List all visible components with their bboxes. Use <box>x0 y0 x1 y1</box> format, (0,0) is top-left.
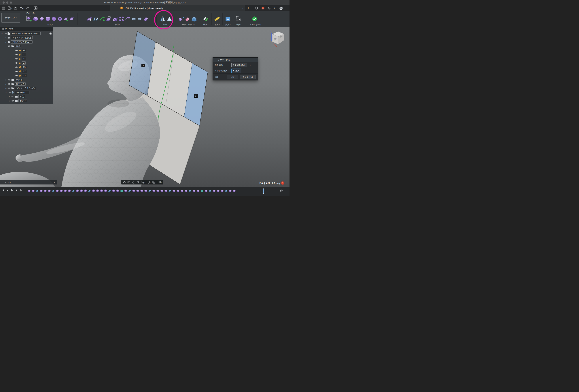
timeline-feature-form[interactable] <box>217 189 220 193</box>
browser-header[interactable]: ブラウザ − <box>0 27 53 31</box>
zoom-icon[interactable] <box>137 181 140 184</box>
tree-item[interactable]: ▸ドキュメントの設定 <box>0 36 53 40</box>
timeline-feature-plane[interactable] <box>52 189 55 193</box>
tree-item[interactable]: XY <box>0 65 53 69</box>
tab-form[interactable]: フォーム <box>25 11 36 15</box>
timeline-feature-plane[interactable] <box>128 189 131 193</box>
tree-item[interactable]: ▸スケッチ <box>0 82 53 86</box>
edges-select-button[interactable]: 選択 <box>231 69 241 73</box>
edit-face-icon[interactable] <box>86 16 92 22</box>
timeline-feature-form[interactable] <box>160 189 163 193</box>
timeline-feature-form[interactable] <box>84 189 87 193</box>
tree-item[interactable]: ▸コンストラクション <box>0 86 53 90</box>
timeline-feature-teal[interactable] <box>120 189 123 193</box>
timeline-feature-plane[interactable] <box>72 189 75 193</box>
timeline-feature-form[interactable] <box>144 189 147 193</box>
close-tab-icon[interactable]: × <box>242 7 243 10</box>
display-mode-icon[interactable] <box>191 16 197 22</box>
timeline-feature-form[interactable] <box>140 189 143 193</box>
timeline-feature-form[interactable] <box>192 189 196 193</box>
slide-edge-icon[interactable] <box>125 16 130 21</box>
go-to-start-icon[interactable] <box>1 189 4 192</box>
mirror-internal-icon[interactable] <box>159 16 166 22</box>
select-tool-icon[interactable] <box>236 16 242 22</box>
timeline-feature-form[interactable] <box>100 189 103 193</box>
redo-caret-icon[interactable]: ▾ <box>30 7 30 9</box>
group-modify-label[interactable]: 修正▾ <box>78 23 156 26</box>
pull-left-icon[interactable] <box>131 16 136 21</box>
go-to-end-icon[interactable] <box>20 189 23 192</box>
orbit-icon[interactable] <box>123 181 126 184</box>
tree-item[interactable]: ▸ボディ <box>0 99 53 103</box>
tree-item[interactable]: ▾manekin v1:1 <box>0 90 53 94</box>
timeline-feature-form[interactable] <box>204 189 208 193</box>
timeline-feature-form[interactable] <box>176 189 179 193</box>
create-box-icon[interactable] <box>33 16 38 22</box>
visibility-eye-icon[interactable] <box>4 33 6 35</box>
timeline-feature-form[interactable] <box>116 189 119 193</box>
dialog-titlebar[interactable]: − ミラー - 内部 <box>213 58 258 62</box>
visibility-eye-icon[interactable] <box>8 83 11 85</box>
create-face-icon[interactable] <box>69 16 74 21</box>
tree-expander-icon[interactable]: ▸ <box>9 96 11 98</box>
timeline-feature-plane[interactable] <box>208 189 212 193</box>
tree-expander-icon[interactable]: ▸ <box>5 79 7 81</box>
timeline-feature-form[interactable] <box>132 189 135 193</box>
timeline-feature-form[interactable] <box>64 189 67 193</box>
timeline-feature-form[interactable] <box>212 189 216 193</box>
redo-icon[interactable] <box>26 6 30 10</box>
undo-caret-icon[interactable]: ▾ <box>23 7 24 9</box>
tree-expander-icon[interactable]: ▾ <box>1 33 3 35</box>
tree-item[interactable]: ▾FUISON for Interior (v2~rec... <box>0 31 53 36</box>
pan-icon[interactable] <box>132 181 135 184</box>
user-avatar[interactable] <box>279 6 283 10</box>
visibility-eye-icon[interactable] <box>8 79 11 81</box>
thicken-icon[interactable] <box>143 16 148 22</box>
visibility-eye-icon[interactable] <box>8 87 11 89</box>
pattern-icon[interactable] <box>119 16 124 22</box>
tree-item[interactable]: ▸名前の付いたビュー <box>0 40 53 44</box>
group-inspect-label[interactable]: 検査▾ <box>212 23 222 26</box>
bend-icon[interactable] <box>106 16 111 22</box>
timeline-feature-form[interactable] <box>232 189 236 193</box>
create-quadball-icon[interactable] <box>39 16 44 21</box>
tree-item[interactable]: Z <box>0 61 53 65</box>
visibility-eye-icon[interactable] <box>8 45 11 47</box>
timeline-feature-form[interactable] <box>39 189 43 193</box>
comment-bar[interactable]: コメント + <box>0 180 57 184</box>
timeline-feature-plane[interactable] <box>168 189 171 193</box>
info-icon[interactable] <box>215 76 218 78</box>
help-icon[interactable]: ? <box>274 6 277 10</box>
active-component-icon[interactable] <box>49 32 52 35</box>
tree-expander-icon[interactable]: ▸ <box>5 37 7 39</box>
home-view-icon[interactable] <box>34 6 38 10</box>
tree-item[interactable]: ▸ボディ <box>0 78 53 82</box>
timeline-feature-plane[interactable] <box>224 189 228 193</box>
step-back-icon[interactable] <box>6 189 9 192</box>
close-window-icon[interactable] <box>2 1 5 4</box>
ok-button[interactable]: OK <box>227 75 238 79</box>
repair-body-icon[interactable] <box>185 16 190 22</box>
view-cube[interactable]: Z X 前 右 <box>265 28 287 48</box>
notifications-bell-icon[interactable] <box>268 6 271 10</box>
cancel-button[interactable]: キャンセル <box>240 75 256 79</box>
mannequin-lap[interactable] <box>0 172 55 187</box>
timeline-feature-form[interactable] <box>220 189 224 193</box>
tree-expander-icon[interactable]: ▾ <box>5 45 7 47</box>
mirror-dialog[interactable]: − ミラー - 内部 面を選択 2 選択済み × エッジを選択 選択 OK キャ… <box>213 57 258 80</box>
tree-item[interactable]: XZ <box>0 69 53 74</box>
create-plane-plus-icon[interactable] <box>64 16 68 21</box>
create-sphere-icon[interactable] <box>51 16 57 21</box>
workspace-selector[interactable]: デザイン ▾ <box>1 13 20 23</box>
clear-selection-icon[interactable]: × <box>250 64 251 67</box>
construct-plane-icon[interactable] <box>203 16 209 22</box>
timeline-feature-form[interactable] <box>112 189 115 193</box>
file-menu-icon[interactable] <box>8 6 11 10</box>
tree-item[interactable]: X <box>0 53 53 57</box>
add-comment-icon[interactable]: + <box>54 181 55 184</box>
timeline-feature-plane[interactable] <box>35 189 39 193</box>
faces-selected-button[interactable]: 2 選択済み <box>231 63 247 67</box>
tree-expander-icon[interactable]: ▾ <box>5 91 7 93</box>
timeline-feature-form[interactable] <box>156 189 159 193</box>
timeline-feature-form[interactable] <box>48 189 51 193</box>
